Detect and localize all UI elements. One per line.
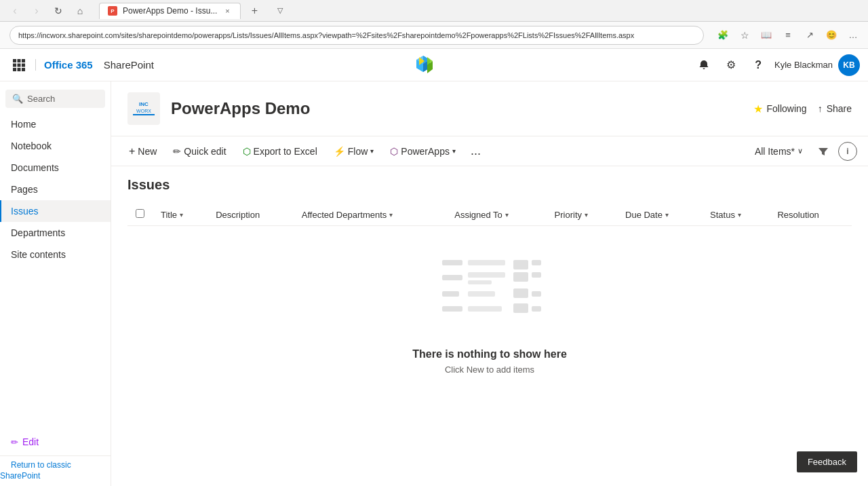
tab-close-btn[interactable]: × xyxy=(222,6,232,16)
col-due-date[interactable]: Due Date ▾ xyxy=(617,204,702,226)
svg-rect-3 xyxy=(13,63,16,67)
filter-btn[interactable] xyxy=(814,142,833,161)
col-priority[interactable]: Priority ▾ xyxy=(547,204,617,226)
reading-view-btn[interactable]: 📖 xyxy=(757,26,776,45)
help-btn[interactable]: ? xyxy=(747,54,769,76)
following-btn[interactable]: ★ Following xyxy=(753,102,807,115)
col-resolution[interactable]: Resolution xyxy=(769,204,852,226)
quick-edit-btn[interactable]: ✏ Quick edit xyxy=(166,142,233,161)
topbar-app-name[interactable]: Office 365 xyxy=(35,59,93,71)
info-btn[interactable]: i xyxy=(838,142,857,161)
svg-rect-4 xyxy=(18,63,21,67)
share-browser-btn[interactable]: ↗ xyxy=(800,26,819,45)
settings-btn[interactable]: ⚙ xyxy=(720,54,742,76)
empty-state: There is nothing to show here Click New … xyxy=(127,226,852,402)
sharepoint-logo xyxy=(407,54,439,76)
status-sort-icon: ▾ xyxy=(738,211,741,219)
col-assigned-to[interactable]: Assigned To ▾ xyxy=(446,204,546,226)
sidebar-item-documents[interactable]: Documents xyxy=(0,157,111,179)
content-area: Issues Title ▾ xyxy=(111,166,868,486)
address-bar[interactable]: https://incworx.sharepoint.com/sites/sha… xyxy=(9,26,704,45)
browser-frame: ‹ › ↻ ⌂ P PowerApps Demo - Issu... × + ▽… xyxy=(0,0,868,486)
site-title: PowerApps Demo xyxy=(171,99,310,118)
user-profile-btn[interactable]: Kyle Blackman KB xyxy=(774,54,860,76)
powerapps-btn[interactable]: ⬡ PowerApps ▾ xyxy=(383,142,462,161)
flow-btn[interactable]: ⚡ Flow ▾ xyxy=(327,142,381,161)
favorites-btn[interactable]: ☆ xyxy=(735,26,754,45)
site-header: INC WORX PowerApps Demo ★ Following xyxy=(111,81,868,136)
browser-home-btn[interactable]: ⌂ xyxy=(71,1,90,20)
tab-favicon: P xyxy=(108,6,117,16)
feedback-btn[interactable]: Feedback xyxy=(797,451,857,472)
priority-sort-icon: ▾ xyxy=(585,211,588,219)
hub-btn[interactable]: ≡ xyxy=(778,26,797,45)
sidebar-item-site-contents[interactable]: Site contents xyxy=(0,244,111,265)
empty-title: There is nothing to show here xyxy=(412,348,567,360)
browser-nav-icons: 🧩 ☆ 📖 ≡ ↗ 😊 … xyxy=(713,26,863,45)
browser-tab[interactable]: P PowerApps Demo - Issu... × xyxy=(99,3,241,19)
all-items-btn[interactable]: All Items* ∨ xyxy=(749,143,808,160)
url-text: https://incworx.sharepoint.com/sites/sha… xyxy=(18,31,634,39)
col-status[interactable]: Status ▾ xyxy=(702,204,769,226)
app: Office 365 SharePoint ⚙ xyxy=(0,49,868,486)
browser-forward-btn[interactable]: › xyxy=(27,1,46,20)
empty-subtitle: Click New to add items xyxy=(445,364,534,375)
toolbar-right: All Items* ∨ i xyxy=(749,142,857,161)
feedback-browser-btn[interactable]: 😊 xyxy=(822,26,841,45)
sidebar-item-notebook[interactable]: Notebook xyxy=(0,135,111,157)
empty-illustration xyxy=(435,253,544,335)
topbar-site-name[interactable]: SharePoint xyxy=(104,59,154,71)
select-all-col xyxy=(127,204,153,226)
issues-table: Title ▾ Description xyxy=(127,204,852,402)
flow-icon: ⚡ xyxy=(334,146,345,157)
sidebar-item-departments[interactable]: Departments xyxy=(0,222,111,244)
svg-rect-8 xyxy=(22,68,25,71)
waffle-btn[interactable] xyxy=(8,54,30,76)
browser-nav: https://incworx.sharepoint.com/sites/sha… xyxy=(0,22,868,49)
powerapps-icon: ⬡ xyxy=(390,146,398,157)
edit-pencil-icon: ✏ xyxy=(11,437,18,447)
new-btn[interactable]: + New xyxy=(122,141,163,162)
col-affected-departments[interactable]: Affected Departments ▾ xyxy=(294,204,446,226)
tab-list-btn[interactable]: ▽ xyxy=(271,1,290,20)
sidebar-nav: Home Notebook Documents Pages Issues xyxy=(0,113,111,265)
svg-rect-1 xyxy=(18,59,21,62)
svg-rect-21 xyxy=(468,260,505,265)
svg-rect-32 xyxy=(532,291,541,297)
more-actions-btn[interactable]: ... xyxy=(465,141,486,161)
col-description[interactable]: Description xyxy=(208,204,294,226)
new-tab-btn[interactable]: + xyxy=(245,3,264,19)
dept-sort-icon: ▾ xyxy=(389,211,393,219)
extensions-btn[interactable]: 🧩 xyxy=(713,26,732,45)
sidebar-item-issues[interactable]: Issues xyxy=(0,200,111,222)
return-classic-link[interactable]: Return to classic SharePoint xyxy=(0,455,71,486)
site-logo: INC WORX xyxy=(127,92,160,125)
col-title[interactable]: Title ▾ xyxy=(153,204,208,226)
notifications-btn[interactable] xyxy=(693,54,715,76)
edit-btn[interactable]: ✏ Edit xyxy=(0,431,111,453)
svg-rect-6 xyxy=(13,68,16,71)
new-icon: + xyxy=(129,145,135,157)
topbar: Office 365 SharePoint ⚙ xyxy=(0,49,868,81)
page-heading: Issues xyxy=(127,177,852,193)
sidebar-item-pages[interactable]: Pages xyxy=(0,179,111,200)
pencil-icon: ✏ xyxy=(173,146,181,157)
site-header-right: ★ Following ↑ Share xyxy=(753,102,852,115)
browser-back-btn[interactable]: ‹ xyxy=(5,1,24,20)
table-header: Title ▾ Description xyxy=(127,204,852,226)
toolbar: + New ✏ Quick edit ⬡ Export to Excel ⚡ F… xyxy=(111,136,868,166)
svg-rect-2 xyxy=(22,59,25,62)
export-excel-btn[interactable]: ⬡ Export to Excel xyxy=(236,142,324,161)
search-btn[interactable]: 🔍 Search xyxy=(5,90,105,108)
topbar-actions: ⚙ ? Kyle Blackman KB xyxy=(693,54,860,76)
search-label: Search xyxy=(27,94,55,104)
browser-refresh-btn[interactable]: ↻ xyxy=(49,1,68,20)
svg-rect-35 xyxy=(513,303,528,313)
title-sort-icon: ▾ xyxy=(180,211,183,219)
sidebar-item-home[interactable]: Home xyxy=(0,113,111,135)
powerapps-chevron-icon: ▾ xyxy=(452,147,456,155)
settings-browser-btn[interactable]: … xyxy=(844,26,863,45)
share-btn[interactable]: ↑ Share xyxy=(818,103,852,114)
select-all-checkbox[interactable] xyxy=(136,209,144,218)
tab-title: PowerApps Demo - Issu... xyxy=(123,6,217,16)
